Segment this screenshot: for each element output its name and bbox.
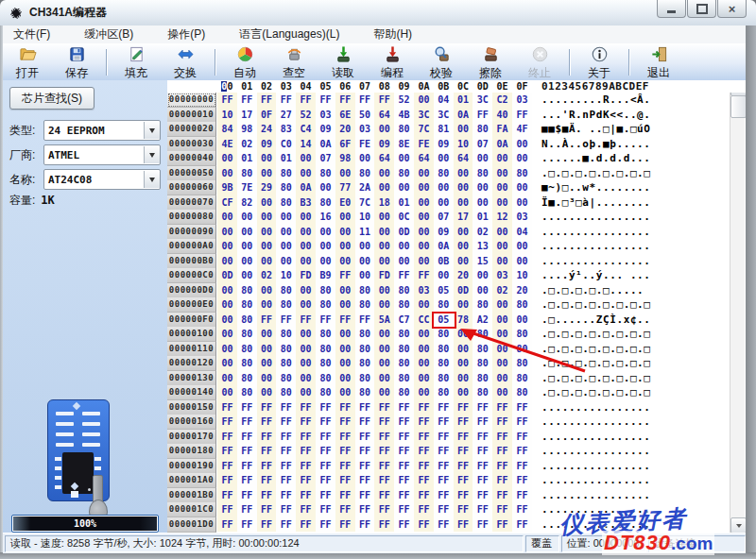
hex-byte[interactable]: 80 (434, 385, 454, 400)
hex-byte[interactable]: 14 (296, 137, 316, 152)
ascii-cell[interactable]: N..À..oþ.■þ..... (541, 137, 651, 152)
hex-byte[interactable]: 5A (374, 313, 394, 328)
hex-byte[interactable]: 00 (296, 239, 316, 254)
hex-byte[interactable]: 80 (355, 356, 375, 371)
hex-byte[interactable]: 00 (512, 195, 532, 211)
hex-byte[interactable]: 00 (492, 180, 512, 195)
hex-byte[interactable]: 00 (454, 297, 473, 313)
hex-byte[interactable]: 80 (472, 385, 492, 400)
hex-byte[interactable]: FF (276, 517, 296, 533)
hex-byte[interactable]: 00 (276, 239, 296, 254)
hex-byte[interactable]: 00 (472, 195, 492, 211)
hex-byte[interactable]: FF (276, 444, 296, 459)
chip-find-button[interactable]: 芯片查找(S) (9, 87, 94, 110)
menu-operate[interactable]: 操作(P) (157, 26, 215, 42)
hex-byte[interactable]: 80 (237, 166, 257, 181)
hex-byte[interactable]: FF (355, 415, 375, 430)
hex-byte[interactable]: FF (492, 502, 512, 517)
hex-byte[interactable]: FF (237, 459, 257, 474)
ascii-cell[interactable]: ................ (541, 488, 651, 503)
hex-byte[interactable]: FF (414, 444, 434, 459)
hex-byte[interactable]: FF (472, 444, 492, 459)
hex-byte[interactable]: 10 (217, 108, 237, 123)
hex-byte[interactable]: 80 (276, 195, 296, 211)
ascii-cell[interactable]: ....ý¹..ý... ... (541, 268, 651, 283)
hex-byte[interactable]: FF (296, 93, 316, 108)
hex-byte[interactable]: FF (374, 415, 394, 430)
hex-byte[interactable]: FF (237, 400, 257, 415)
hex-byte[interactable]: E0 (335, 195, 355, 211)
hex-byte[interactable]: 00 (454, 166, 473, 181)
hex-byte[interactable]: 00 (335, 327, 355, 342)
hex-byte[interactable]: C0 (276, 137, 296, 152)
hex-byte[interactable]: 80 (276, 297, 296, 313)
hex-byte[interactable]: 80 (355, 166, 375, 181)
hex-byte[interactable]: 00 (237, 254, 257, 269)
hex-byte[interactable]: FF (257, 313, 277, 328)
hex-byte[interactable]: 00 (492, 239, 512, 254)
hex-byte[interactable]: 80 (394, 385, 414, 400)
hex-byte[interactable]: FF (296, 400, 316, 415)
hex-byte[interactable]: FF (512, 473, 532, 488)
hex-byte[interactable]: FF (237, 517, 257, 533)
hex-byte[interactable]: 98 (237, 122, 257, 137)
hex-byte[interactable]: 0B (434, 254, 454, 269)
hex-byte[interactable]: 80 (434, 371, 454, 386)
hex-byte[interactable]: FF (257, 473, 277, 488)
hex-byte[interactable]: FF (296, 459, 316, 474)
hex-byte[interactable]: 00 (257, 356, 277, 371)
hex-byte[interactable]: FF (355, 473, 375, 488)
ascii-cell[interactable]: .□.□.□.□.□.□.□.□ (541, 297, 651, 313)
hex-byte[interactable]: 4F (512, 122, 532, 137)
ascii-cell[interactable]: Ï■.□³□à|........ (541, 195, 651, 211)
hex-byte[interactable]: 82 (237, 195, 257, 211)
hex-byte[interactable]: A2 (472, 313, 492, 328)
hex-byte[interactable]: 80 (276, 371, 296, 386)
hex-byte[interactable]: FF (296, 502, 316, 517)
hex-byte[interactable]: 00 (296, 166, 316, 181)
hex-byte[interactable]: 80 (237, 385, 257, 400)
hex-byte[interactable]: 64 (374, 108, 394, 123)
hex-byte[interactable]: FF (414, 415, 434, 430)
hex-byte[interactable]: FF (414, 502, 434, 517)
hex-byte[interactable]: FF (335, 415, 355, 430)
hex-byte[interactable]: 10 (355, 210, 375, 225)
hex-byte[interactable]: 01 (394, 195, 414, 211)
hex-byte[interactable]: 00 (335, 254, 355, 269)
hex-byte[interactable]: 00 (217, 225, 237, 240)
hex-byte[interactable]: 00 (414, 195, 434, 211)
hex-byte[interactable]: FF (257, 400, 277, 415)
hex-byte[interactable]: FF (276, 93, 296, 108)
hex-byte[interactable]: 00 (257, 385, 277, 400)
hex-byte[interactable]: FF (472, 488, 492, 503)
hex-byte[interactable]: FF (316, 313, 335, 328)
hex-byte[interactable]: 00 (257, 297, 277, 313)
hex-byte[interactable]: 00 (217, 297, 237, 313)
hex-byte[interactable]: FE (355, 137, 375, 152)
chip-vendor-select[interactable]: ATMEL (43, 144, 161, 165)
hex-byte[interactable]: 05 (434, 283, 454, 298)
hex-byte[interactable]: 02 (257, 268, 277, 283)
hex-byte[interactable]: 00 (492, 313, 512, 328)
hex-byte[interactable]: 16 (316, 210, 335, 225)
hex-byte[interactable]: 00 (296, 356, 316, 371)
hex-byte[interactable]: 50 (355, 108, 375, 123)
erase-button[interactable]: 擦除 (466, 45, 515, 79)
hex-byte[interactable]: FF (217, 430, 237, 445)
hex-byte[interactable]: FF (335, 268, 355, 283)
hex-byte[interactable]: 80 (237, 371, 257, 386)
hex-byte[interactable]: 00 (434, 195, 454, 211)
hex-byte[interactable]: 00 (454, 342, 473, 357)
hex-byte[interactable]: 80 (276, 356, 296, 371)
hex-byte[interactable]: FF (374, 517, 394, 533)
hex-byte[interactable]: FF (434, 430, 454, 445)
hex-byte[interactable]: FF (257, 488, 277, 503)
hex-byte[interactable]: FF (394, 459, 414, 474)
hex-byte[interactable]: 00 (217, 210, 237, 225)
hex-byte[interactable]: 80 (394, 122, 414, 137)
hex-byte[interactable]: 80 (355, 297, 375, 313)
menu-file[interactable]: 文件(F) (3, 26, 60, 42)
hex-byte[interactable]: 00 (374, 385, 394, 400)
hex-byte[interactable]: 00 (374, 342, 394, 357)
hex-byte[interactable]: FF (237, 430, 257, 445)
